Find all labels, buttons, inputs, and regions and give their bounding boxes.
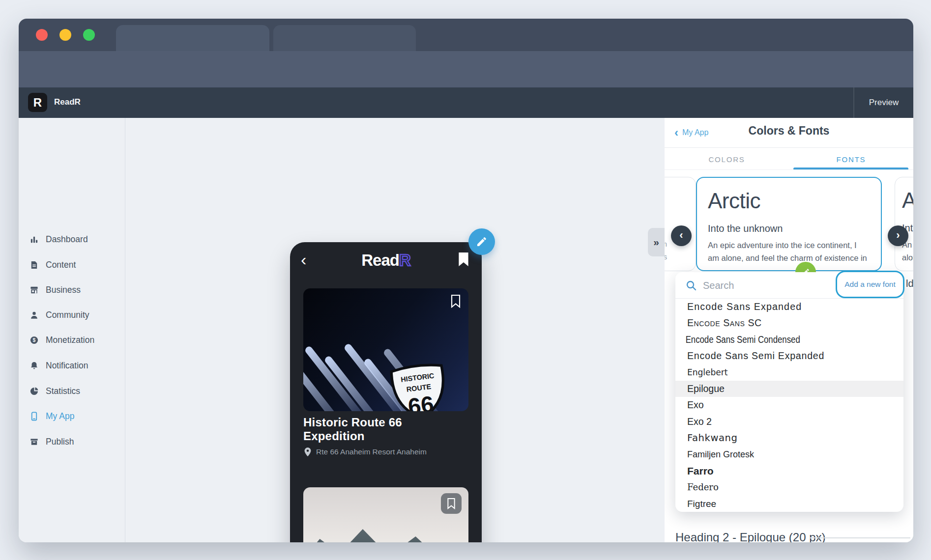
sidebar-item-publish[interactable]: Publish (29, 432, 118, 451)
app-name: ReadR (54, 97, 81, 107)
shop-icon (29, 437, 39, 447)
sidebar-item-statistics[interactable]: Statistics (29, 381, 118, 401)
sidebar-item-dashboard[interactable]: Dashboard (29, 229, 118, 249)
document-icon (29, 260, 39, 270)
font-list-item[interactable]: Familjen Grotesk (675, 447, 903, 463)
sidebar: Dashboard Content Business Community $ M… (19, 118, 125, 542)
tab-fonts[interactable]: FONTS (789, 155, 913, 164)
browser-window: www.myapp.com ⋮ R ReadR Preview Dashboar… (19, 19, 913, 542)
search-icon (685, 280, 697, 291)
font-card-name: Arctic (708, 189, 760, 213)
font-list-item[interactable]: Federo (675, 479, 903, 495)
text-fragment: m (665, 240, 667, 248)
font-list-item[interactable]: Exo 2 (675, 414, 903, 430)
browser-tab-active[interactable] (116, 25, 269, 51)
text-fragment: is (665, 253, 667, 261)
font-list-item[interactable]: Encode Sans Expanded (675, 299, 903, 315)
sidebar-item-business[interactable]: Business (29, 280, 118, 300)
sidebar-item-label: Notification (46, 361, 88, 371)
phone-icon (29, 412, 39, 421)
article-card-route66[interactable]: HISTORIC ROUTE 66 Historic Route 66 Expe… (303, 288, 468, 457)
phone-preview: ‹ ReadR HISTORIC ROUTE (290, 242, 482, 542)
bookmark-icon (446, 498, 456, 509)
logo-r: R (399, 251, 410, 269)
dollar-circle-icon: $ (29, 336, 39, 345)
font-list-item[interactable]: Farro (675, 463, 903, 479)
sidebar-item-label: Monetization (46, 335, 94, 345)
app-top-bar: R ReadR Preview (19, 87, 913, 118)
browser-toolbar: www.myapp.com ⋮ (19, 51, 913, 87)
article-card-norway[interactable]: Norwegian Adventure (303, 487, 468, 542)
main-content: Dashboard Content Business Community $ M… (19, 118, 913, 542)
maximize-window-icon[interactable] (83, 29, 95, 41)
route66-shield: HISTORIC ROUTE 66 (384, 358, 455, 411)
font-card-subtitle: Into the unknown (708, 223, 783, 234)
sidebar-item-label: Content (46, 260, 76, 270)
font-card-body: am alone, and feel the charm of existenc… (708, 253, 867, 263)
svg-text:66: 66 (407, 391, 435, 411)
person-icon (29, 310, 39, 320)
preview-button[interactable]: Preview (854, 87, 913, 118)
pencil-icon (476, 236, 488, 248)
collapse-panel-button[interactable]: » (648, 228, 665, 256)
route66-image: HISTORIC ROUTE 66 (303, 288, 468, 411)
bookmark-icon[interactable] (450, 294, 462, 308)
bookmark-button[interactable] (441, 493, 462, 514)
sidebar-item-my-app[interactable]: My App (29, 406, 118, 426)
panel-title: Colors & Fonts (665, 124, 913, 138)
sidebar-item-monetization[interactable]: $ Monetization (29, 330, 118, 350)
sidebar-item-label: Statistics (46, 386, 80, 396)
tab-colors[interactable]: COLORS (665, 155, 789, 164)
edit-app-button[interactable] (468, 228, 495, 255)
sidebar-item-notification[interactable]: Notification (29, 356, 118, 375)
browser-tab-bar (19, 19, 913, 51)
location-pin-icon (303, 447, 312, 457)
carousel-left-arrow[interactable]: ‹ (671, 225, 692, 246)
sidebar-item-label: My App (46, 411, 74, 421)
phone-app-logo: ReadR (290, 251, 482, 270)
colors-fonts-panel: ‹ My App Colors & Fonts COLORS FONTS m i… (665, 118, 913, 542)
storefront-icon (29, 285, 39, 295)
svg-text:$: $ (33, 337, 36, 343)
font-list-item[interactable]: Figtree (675, 496, 903, 512)
minimize-window-icon[interactable] (59, 29, 71, 41)
readr-logo: R (28, 93, 47, 112)
add-new-font-button[interactable]: Add a new font (836, 271, 904, 298)
divider (665, 169, 913, 170)
font-list-item[interactable]: Encode Sans Semi Expanded (675, 348, 903, 364)
font-list-item[interactable]: Exo (675, 397, 903, 413)
location-text: Rte 66 Anaheim Resort Anaheim (316, 448, 427, 456)
font-card-body: alon (902, 253, 913, 262)
pie-chart-icon (29, 387, 39, 396)
font-card-body: An epic adventure into the ice continent… (708, 241, 857, 250)
font-card-previous[interactable]: m is (665, 177, 696, 271)
sidebar-item-content[interactable]: Content (29, 255, 118, 275)
sidebar-item-label: Business (46, 285, 81, 295)
font-list: Encode Sans Expanded Encode Sans SC Enco… (675, 299, 903, 512)
sidebar-item-label: Community (46, 310, 89, 320)
logo-read: Read (361, 251, 399, 269)
heading-style-label: Heading 2 - Epilogue (20 px) (675, 531, 826, 542)
carousel-right-arrow[interactable]: › (888, 225, 908, 246)
font-list-item-selected[interactable]: Epilogue (675, 381, 903, 397)
font-card-next[interactable]: A Int An e alon (895, 177, 913, 271)
divider (665, 147, 913, 148)
bookmark-icon[interactable] (457, 252, 470, 267)
font-list-item[interactable]: Encode Sans SC (675, 315, 903, 331)
font-list-item[interactable]: Englebert (675, 364, 903, 381)
card-location: Rte 66 Anaheim Resort Anaheim (303, 447, 468, 457)
bell-icon (29, 361, 39, 370)
font-card-name: A (902, 188, 913, 213)
search-input[interactable] (703, 277, 836, 294)
bar-chart-icon (29, 235, 39, 244)
sidebar-item-community[interactable]: Community (29, 305, 118, 325)
close-window-icon[interactable] (36, 29, 48, 41)
clipped-text-fragment: ld (906, 278, 913, 289)
browser-tab-inactive[interactable] (273, 25, 416, 51)
font-picker-dropdown: Encode Sans Expanded Encode Sans SC Enco… (675, 272, 903, 512)
sidebar-item-label: Publish (46, 437, 74, 447)
font-list-item[interactable]: Encode Sans Semi Condensed (675, 332, 872, 348)
card-title: Historic Route 66 Expedition (303, 416, 468, 443)
font-card-arctic[interactable]: Arctic Into the unknown An epic adventur… (696, 177, 882, 271)
font-list-item[interactable]: Fahkwang (675, 430, 903, 446)
